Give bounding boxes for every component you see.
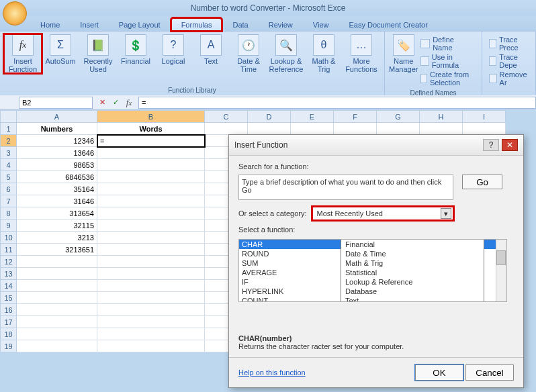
- office-button[interactable]: [3, 1, 27, 26]
- col-hdr-a[interactable]: A: [17, 111, 97, 123]
- fx-button-icon[interactable]: fx: [124, 97, 134, 108]
- col-hdr-i[interactable]: I: [463, 111, 506, 123]
- scroll-thumb[interactable]: [496, 250, 506, 265]
- list-item[interactable]: Text: [341, 296, 484, 302]
- recently-used-button[interactable]: 📗 Recently Used: [79, 34, 117, 73]
- cell[interactable]: [248, 123, 291, 135]
- list-item[interactable]: Lookup & Reference: [341, 277, 484, 287]
- tab-insert[interactable]: Insert: [71, 19, 108, 31]
- cell[interactable]: [97, 244, 205, 256]
- cell[interactable]: 12346: [17, 135, 97, 147]
- cell[interactable]: [97, 159, 205, 171]
- row-hdr[interactable]: 18: [1, 328, 17, 340]
- cell[interactable]: 6846536: [17, 171, 97, 183]
- cell[interactable]: 32115: [17, 219, 97, 232]
- cell[interactable]: [97, 195, 205, 207]
- cell[interactable]: Numbers: [17, 123, 97, 135]
- tab-formulas[interactable]: Formulas: [171, 18, 222, 31]
- row-hdr[interactable]: 4: [1, 159, 17, 171]
- cell[interactable]: [97, 328, 205, 340]
- cell[interactable]: [97, 219, 205, 232]
- chevron-down-icon[interactable]: ▾: [441, 208, 451, 219]
- cell[interactable]: [291, 123, 334, 135]
- tab-review[interactable]: Review: [259, 19, 302, 31]
- row-hdr[interactable]: 3: [1, 147, 17, 159]
- cell[interactable]: [97, 268, 205, 280]
- lookup-ref-button[interactable]: 🔍 Lookup & Reference: [267, 34, 305, 73]
- cell[interactable]: [97, 316, 205, 328]
- cell[interactable]: [97, 207, 205, 219]
- function-list[interactable]: CHAR ROUND SUM AVERAGE IF HYPERLINK COUN…: [238, 239, 507, 302]
- tab-view[interactable]: View: [304, 19, 339, 31]
- cell[interactable]: [17, 256, 97, 268]
- col-hdr-f[interactable]: F: [334, 111, 377, 123]
- row-hdr[interactable]: 6: [1, 183, 17, 195]
- help-link[interactable]: Help on this function: [238, 369, 306, 377]
- cell[interactable]: [420, 123, 463, 135]
- active-cell[interactable]: =: [97, 135, 205, 147]
- row-hdr[interactable]: 17: [1, 316, 17, 328]
- cell[interactable]: [17, 340, 97, 352]
- cell[interactable]: 31646: [17, 195, 97, 207]
- cell[interactable]: [97, 183, 205, 195]
- cell[interactable]: [17, 280, 97, 292]
- cell[interactable]: [205, 123, 248, 135]
- cancel-button[interactable]: Cancel: [465, 364, 514, 381]
- row-hdr[interactable]: 1: [1, 123, 17, 135]
- col-hdr-g[interactable]: G: [377, 111, 420, 123]
- math-trig-button[interactable]: θ Math & Trig: [305, 34, 343, 73]
- list-item[interactable]: Math & Trig: [341, 258, 484, 268]
- more-functions-button[interactable]: … More Functions: [343, 34, 380, 73]
- cell[interactable]: [377, 123, 420, 135]
- row-hdr[interactable]: 11: [1, 244, 17, 256]
- dialog-close-button[interactable]: ✕: [502, 139, 518, 151]
- cell[interactable]: 35164: [17, 183, 97, 195]
- row-hdr[interactable]: 2: [1, 135, 17, 147]
- list-item[interactable]: Statistical: [341, 268, 484, 277]
- col-hdr-c[interactable]: C: [205, 111, 248, 123]
- cell[interactable]: 3213651: [17, 244, 97, 256]
- cell[interactable]: [97, 256, 205, 268]
- cell[interactable]: [17, 268, 97, 280]
- row-hdr[interactable]: 9: [1, 219, 17, 232]
- use-in-formula-button[interactable]: Use in Formula: [420, 53, 475, 69]
- cell[interactable]: 13646: [17, 147, 97, 159]
- category-dropdown[interactable]: Financial Date & Time Math & Trig Statis…: [341, 239, 484, 302]
- ok-button[interactable]: OK: [415, 364, 463, 381]
- cell[interactable]: [97, 292, 205, 304]
- search-function-input[interactable]: Type a brief description of what you wan…: [238, 175, 453, 200]
- insert-function-button[interactable]: fx Insert Function: [4, 34, 42, 73]
- col-hdr-b[interactable]: B: [97, 111, 205, 123]
- cell[interactable]: [334, 123, 377, 135]
- cell[interactable]: 313654: [17, 207, 97, 219]
- text-button[interactable]: A Text: [192, 34, 230, 73]
- remove-arrows-button[interactable]: Remove Ar: [489, 70, 529, 87]
- name-box[interactable]: B2: [19, 97, 93, 109]
- row-hdr[interactable]: 7: [1, 195, 17, 207]
- confirm-edit-icon[interactable]: ✓: [110, 97, 121, 108]
- row-hdr[interactable]: 12: [1, 256, 17, 268]
- cell[interactable]: [463, 123, 506, 135]
- cell[interactable]: [17, 304, 97, 316]
- dialog-help-button[interactable]: ?: [483, 139, 499, 151]
- cell[interactable]: 98653: [17, 159, 97, 171]
- date-time-button[interactable]: 🕐 Date & Time: [230, 34, 267, 73]
- create-from-selection-button[interactable]: Create from Selection: [420, 70, 475, 87]
- autosum-button[interactable]: Σ AutoSum: [42, 34, 79, 73]
- tab-easy-doc[interactable]: Easy Document Creator: [339, 19, 437, 31]
- row-hdr[interactable]: 13: [1, 268, 17, 280]
- cell[interactable]: 3213: [17, 232, 97, 244]
- tab-page-layout[interactable]: Page Layout: [109, 19, 170, 31]
- list-item[interactable]: Database: [341, 287, 484, 296]
- row-hdr[interactable]: 8: [1, 207, 17, 219]
- tab-data[interactable]: Data: [223, 19, 257, 31]
- row-hdr[interactable]: 10: [1, 232, 17, 244]
- col-hdr-e[interactable]: E: [291, 111, 334, 123]
- name-manager-button[interactable]: 🏷️ Name Manager: [389, 34, 418, 88]
- cancel-edit-icon[interactable]: ✕: [97, 97, 107, 108]
- cell[interactable]: [97, 304, 205, 316]
- financial-button[interactable]: 💲 Financial: [117, 34, 154, 73]
- cell[interactable]: [97, 171, 205, 183]
- row-hdr[interactable]: 19: [1, 340, 17, 352]
- cell[interactable]: [97, 232, 205, 244]
